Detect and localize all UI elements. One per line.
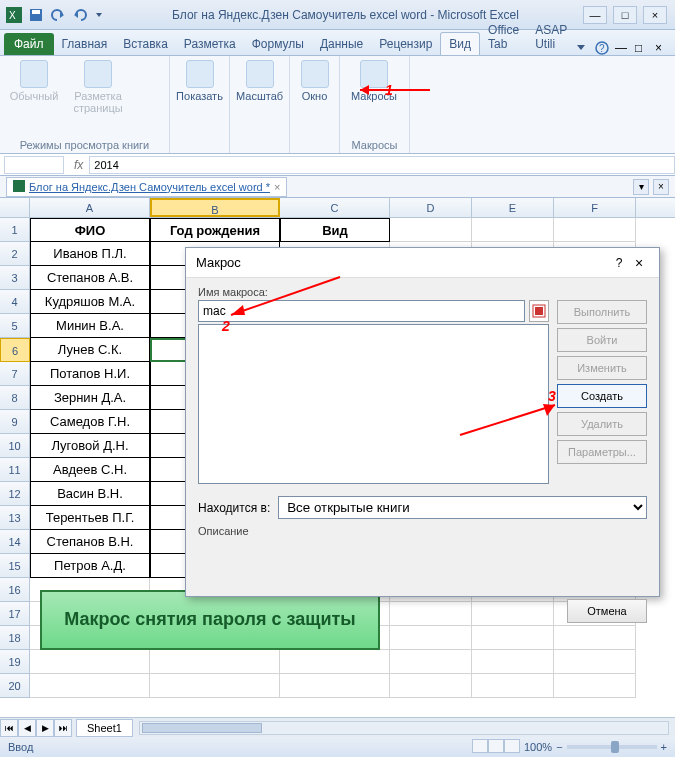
fx-icon[interactable]: fx: [68, 158, 89, 172]
header-kind[interactable]: Вид: [280, 218, 390, 242]
cancel-button[interactable]: Отмена: [567, 599, 647, 623]
row-header[interactable]: 7: [0, 362, 30, 386]
tab-home[interactable]: Главная: [54, 33, 116, 55]
row-header[interactable]: 20: [0, 674, 30, 698]
cell-fio[interactable]: Минин В.А.: [30, 314, 150, 338]
tab-formulas[interactable]: Формулы: [244, 33, 312, 55]
show-button[interactable]: Показать: [176, 60, 223, 102]
row-header[interactable]: 18: [0, 626, 30, 650]
redo-icon[interactable]: [72, 7, 88, 23]
row-header[interactable]: 19: [0, 650, 30, 674]
row-header[interactable]: 8: [0, 386, 30, 410]
cell-fio[interactable]: Потапов Н.И.: [30, 362, 150, 386]
view-page-layout-button[interactable]: Разметка страницы: [70, 60, 126, 114]
col-header-A[interactable]: A: [30, 198, 150, 217]
dialog-help-button[interactable]: ?: [609, 256, 629, 270]
document-tab[interactable]: Блог на Яндекс.Дзен Самоучитель excel wo…: [6, 177, 287, 197]
document-tab-close[interactable]: ×: [274, 181, 280, 193]
row-header[interactable]: 6: [0, 338, 30, 362]
cell-fio[interactable]: Самедов Г.Н.: [30, 410, 150, 434]
row-header[interactable]: 2: [0, 242, 30, 266]
cell-fio[interactable]: Петров А.Д.: [30, 554, 150, 578]
row-header[interactable]: 16: [0, 578, 30, 602]
col-header-C[interactable]: C: [280, 198, 390, 217]
cell-fio[interactable]: Степанов А.В.: [30, 266, 150, 290]
save-icon[interactable]: [28, 7, 44, 23]
row-header[interactable]: 10: [0, 434, 30, 458]
zoom-level[interactable]: 100%: [524, 741, 552, 753]
tab-view[interactable]: Вид: [440, 32, 480, 55]
tab-insert[interactable]: Вставка: [115, 33, 176, 55]
row-header[interactable]: 3: [0, 266, 30, 290]
tab-layout[interactable]: Разметка: [176, 33, 244, 55]
maximize-button[interactable]: □: [613, 6, 637, 24]
sheet-nav-last[interactable]: ⏭: [54, 719, 72, 737]
row-header[interactable]: 9: [0, 410, 30, 434]
row-header[interactable]: 17: [0, 602, 30, 626]
ribbon-minimize-icon[interactable]: [575, 41, 589, 55]
cell-fio[interactable]: Луговой Д.Н.: [30, 434, 150, 458]
tab-review[interactable]: Рецензир: [371, 33, 440, 55]
location-select[interactable]: Все открытые книги: [278, 496, 647, 519]
file-tab[interactable]: Файл: [4, 33, 54, 55]
sheet-nav-prev[interactable]: ◀: [18, 719, 36, 737]
sheet-nav-next[interactable]: ▶: [36, 719, 54, 737]
window-button[interactable]: Окно: [296, 60, 333, 102]
close-button[interactable]: ×: [643, 6, 667, 24]
formula-input[interactable]: [89, 156, 675, 174]
col-header-B[interactable]: B: [150, 198, 280, 217]
row-header[interactable]: 4: [0, 290, 30, 314]
name-box[interactable]: [4, 156, 64, 174]
cell-fio[interactable]: Васин В.Н.: [30, 482, 150, 506]
zoom-button[interactable]: Масштаб: [236, 60, 283, 102]
cell-fio[interactable]: Кудряшов М.А.: [30, 290, 150, 314]
macro-refedit-button[interactable]: [529, 300, 549, 322]
zoom-out-button[interactable]: −: [556, 741, 562, 753]
select-all-corner[interactable]: [0, 198, 30, 217]
doc-close-icon[interactable]: ×: [655, 41, 669, 55]
doctab-dropdown-icon[interactable]: ▾: [633, 179, 649, 195]
doctab-close-all-icon[interactable]: ×: [653, 179, 669, 195]
doc-minimize-icon[interactable]: —: [615, 41, 629, 55]
horizontal-scrollbar[interactable]: [139, 721, 669, 735]
view-break-icon[interactable]: [504, 739, 520, 753]
row-header[interactable]: 12: [0, 482, 30, 506]
doc-restore-icon[interactable]: □: [635, 41, 649, 55]
row-header[interactable]: 15: [0, 554, 30, 578]
sheet-tab[interactable]: Sheet1: [76, 719, 133, 737]
col-header-D[interactable]: D: [390, 198, 472, 217]
cell-fio[interactable]: Иванов П.Л.: [30, 242, 150, 266]
row-header[interactable]: 11: [0, 458, 30, 482]
header-year[interactable]: Год рождения: [150, 218, 280, 242]
tab-officetab[interactable]: Office Tab: [480, 19, 527, 55]
tab-data[interactable]: Данные: [312, 33, 371, 55]
cell-fio[interactable]: Степанов В.Н.: [30, 530, 150, 554]
help-icon[interactable]: ?: [595, 41, 609, 55]
row-header[interactable]: 1: [0, 218, 30, 242]
view-normal-icon[interactable]: [472, 739, 488, 753]
cell-fio[interactable]: Лунев С.К.: [30, 338, 150, 362]
zoom-in-button[interactable]: +: [661, 741, 667, 753]
view-normal-button[interactable]: Обычный: [6, 60, 62, 102]
col-header-F[interactable]: F: [554, 198, 636, 217]
qat-dropdown-icon[interactable]: [94, 7, 110, 23]
zoom-slider[interactable]: [567, 745, 657, 749]
tab-asap[interactable]: ASAP Utili: [527, 19, 575, 55]
sheet-nav-first[interactable]: ⏮: [0, 719, 18, 737]
col-header-E[interactable]: E: [472, 198, 554, 217]
svg-text:X: X: [9, 10, 16, 21]
cell-fio[interactable]: Зернин Д.А.: [30, 386, 150, 410]
row-header[interactable]: 14: [0, 530, 30, 554]
create-button[interactable]: Создать: [557, 384, 647, 408]
row-header[interactable]: 13: [0, 506, 30, 530]
show-icon: [186, 60, 214, 88]
cell-fio[interactable]: Терентьев П.Г.: [30, 506, 150, 530]
row-header[interactable]: 5: [0, 314, 30, 338]
undo-icon[interactable]: [50, 7, 66, 23]
dialog-close-button[interactable]: ×: [629, 255, 649, 271]
minimize-button[interactable]: —: [583, 6, 607, 24]
view-layout-icon[interactable]: [488, 739, 504, 753]
cell-fio[interactable]: Авдеев С.Н.: [30, 458, 150, 482]
document-tab-name[interactable]: Блог на Яндекс.Дзен Самоучитель excel wo…: [29, 181, 270, 193]
header-fio[interactable]: ФИО: [30, 218, 150, 242]
